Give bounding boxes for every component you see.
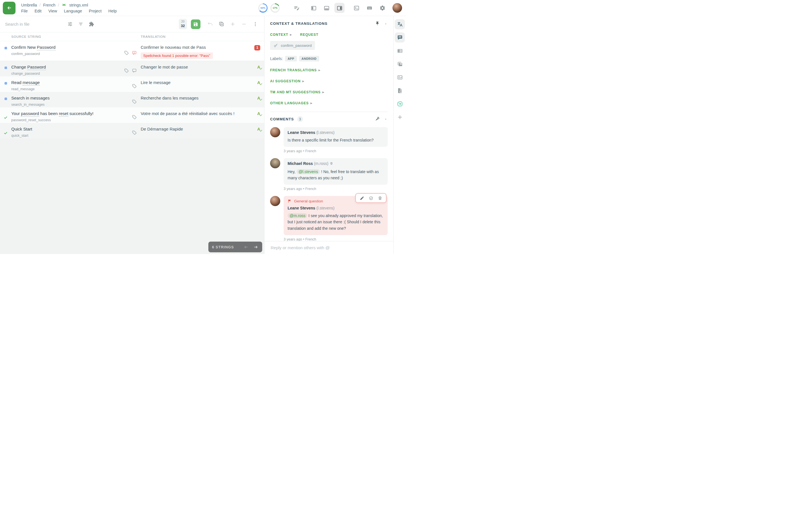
tag-icon[interactable] [132,95,137,108]
next-page-icon[interactable] [253,244,259,250]
reply-input[interactable] [270,245,388,250]
section-tm-and-mt-suggestions[interactable]: TM AND MT SUGGESTIONS▶ [270,90,325,94]
plugins-icon[interactable] [87,19,96,29]
translation-editor-app: Umbrella / French / strings.xml FileEdit… [0,0,406,254]
approved-progress-ring[interactable]: 17% [270,3,280,13]
source-string: Read message [11,80,120,85]
rail-ai-assistant-button[interactable] [395,99,405,109]
string-key-chip[interactable]: confirm_password [270,41,315,50]
pin-panel-icon[interactable] [374,20,380,27]
comment-icon[interactable] [132,65,137,76]
section-other-languages[interactable]: OTHER LANGUAGES▶ [270,101,313,105]
terminal-button[interactable] [351,3,361,13]
spellcheck-error: Spellcheck found 1 possible error: "Pass… [141,52,213,59]
android-icon [61,3,67,8]
duplicate-icon[interactable] [217,20,226,29]
menu-view[interactable]: View [48,9,57,13]
breadcrumb-file[interactable]: strings.xml [69,3,88,7]
rail-comments-button[interactable] [395,32,405,43]
rail-translation-memory-button[interactable] [395,59,405,69]
delete-comment-icon[interactable] [378,196,382,201]
search-input[interactable] [4,22,62,27]
layout-bottom-button[interactable] [322,3,332,13]
menu-help[interactable]: Help [108,9,117,13]
back-button[interactable] [3,2,15,14]
column-header-translation: TRANSLATION [141,35,166,38]
user-avatar[interactable] [392,3,402,13]
rail-add-button[interactable] [395,112,405,122]
tasks-edit-button[interactable] [292,3,302,13]
keyboard-button[interactable] [364,3,375,13]
source-string: Search in messages [11,95,120,100]
breadcrumb-project[interactable]: Umbrella [21,3,37,7]
string-key: search_in_messages [11,102,120,107]
rail-translate-button[interactable] [395,19,405,29]
comment-author[interactable]: Leane Stevens [288,206,315,210]
tab-request[interactable]: REQUEST [300,33,318,37]
undo-icon[interactable] [206,20,215,29]
settings-button[interactable] [377,3,387,13]
more-icon[interactable] [251,20,260,29]
menu-edit[interactable]: Edit [34,9,41,13]
string-row[interactable]: Search in messagessearch_in_messagesRech… [0,92,264,108]
menu-project[interactable]: Project [89,9,101,13]
translated-progress-ring[interactable]: 64% [258,3,267,13]
comments-header: COMMENTS 3 [270,116,388,122]
rail-dictionary-button[interactable] [395,46,405,56]
tune-icon[interactable] [65,19,75,29]
save-button[interactable] [191,19,201,29]
string-row[interactable]: Quick Startquick_startDe Démarrage Rapid… [0,123,264,138]
comment-text: Hey, @l.stevens ! No, feel free to trans… [288,169,384,181]
edit-comment-icon[interactable] [359,196,364,201]
source-string: Confirm New Password [11,45,120,50]
avatar[interactable] [270,196,280,206]
remove-icon[interactable] [240,20,248,29]
reply-bar [264,241,393,254]
breadcrumb-language[interactable]: French [43,3,55,7]
tag-icon[interactable] [124,65,129,76]
label-chip: APP [285,56,297,61]
menu-file[interactable]: File [21,9,28,13]
tag-icon[interactable] [132,80,137,92]
previous-page-icon[interactable] [243,244,249,250]
status-approved-icon [4,127,8,138]
translation-text: Recherche dans les messages [141,95,199,100]
top-bar-right: 64%17% [258,3,402,13]
rail-qa-checks-button[interactable] [395,72,405,82]
string-action-icons [203,20,260,29]
resolve-comment-icon[interactable] [369,196,373,201]
status-approved-icon [4,112,8,123]
mention[interactable]: @m.ross [288,213,307,218]
comment-author[interactable]: Leane Stevens [288,130,315,135]
string-row[interactable]: Read messageread_messageLire le messageA [0,76,264,92]
string-list: Confirm New Passwordconfirm_passwordConf… [0,41,264,138]
breadcrumb: Umbrella / French / strings.xml [21,3,117,8]
chevron-down-icon[interactable] [383,21,389,27]
tag-icon[interactable] [132,127,137,138]
chevron-down-icon[interactable] [383,116,389,122]
string-row[interactable]: Change Passwordchange_passwordChanger le… [0,61,264,76]
tab-context[interactable]: CONTEXT▶ [270,33,292,37]
mention[interactable]: @l.stevens [297,169,320,174]
spellcheck-passed-icon: A [257,80,260,85]
menu-language[interactable]: Language [64,9,82,13]
layout-right-button[interactable] [334,3,345,13]
string-row[interactable]: Confirm New Passwordconfirm_passwordConf… [0,41,264,61]
section-ai-suggestion[interactable]: AI SUGGESTION▶ [270,79,304,83]
window-icons [288,3,387,13]
string-row[interactable]: Your password has been reset successfull… [0,108,264,123]
tag-icon[interactable] [124,45,129,60]
unpin-comments-icon[interactable] [374,116,380,122]
avatar[interactable] [270,127,280,137]
avatar[interactable] [270,158,280,168]
filter-icon[interactable] [76,19,85,29]
panel-title: CONTEXT & TRANSLATIONS [270,22,388,26]
tag-icon[interactable] [132,111,137,123]
comment-author[interactable]: Michael Ross [288,161,313,166]
issue-icon[interactable] [132,45,137,60]
section-french-translations[interactable]: FRENCH TRANSLATIONS▶ [270,68,320,72]
rail-file-info-button[interactable] [395,85,405,95]
layout-left-button[interactable] [308,3,318,13]
issue-count-badge[interactable]: 1 [254,45,260,50]
add-icon[interactable] [228,20,237,29]
